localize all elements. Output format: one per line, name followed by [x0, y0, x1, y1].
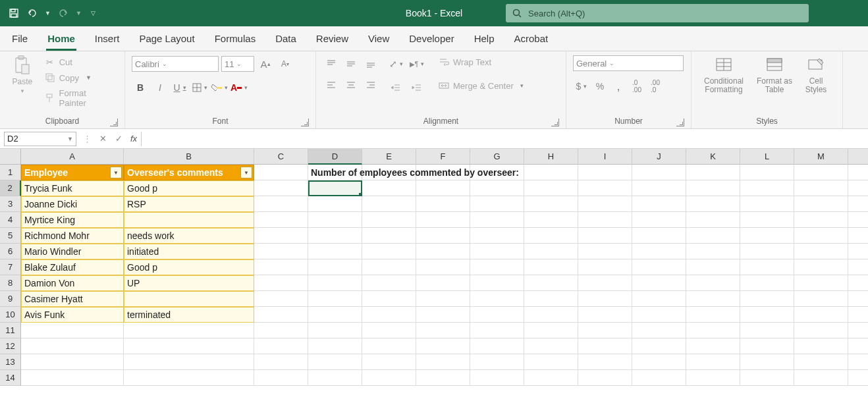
tab-acrobat[interactable]: Acrobat — [513, 28, 550, 51]
cell-F5[interactable] — [416, 228, 470, 244]
cell-L3[interactable] — [740, 196, 794, 212]
cell-D4[interactable] — [308, 212, 362, 228]
font-launcher-icon[interactable] — [301, 119, 309, 126]
cell-D12[interactable] — [308, 338, 362, 354]
cell-G5[interactable] — [470, 228, 524, 244]
redo-icon[interactable] — [57, 7, 69, 19]
cell-D13[interactable] — [308, 354, 362, 370]
cell-K9[interactable] — [686, 291, 740, 307]
cell-H4[interactable] — [524, 212, 578, 228]
formula-input[interactable] — [141, 132, 868, 146]
row-header-10[interactable]: 10 — [0, 307, 21, 323]
comma-format-icon[interactable]: , — [610, 78, 627, 95]
row-header-7[interactable]: 7 — [0, 259, 21, 275]
cell-K6[interactable] — [686, 244, 740, 259]
tab-home[interactable]: Home — [46, 28, 76, 51]
cell-D2[interactable] — [308, 180, 362, 196]
cell-B11[interactable] — [124, 323, 254, 338]
cell-G12[interactable] — [470, 338, 524, 354]
cell-E13[interactable] — [362, 354, 416, 370]
cell-F2[interactable] — [416, 180, 470, 196]
cell-G11[interactable] — [470, 323, 524, 338]
cell-M2[interactable] — [794, 180, 848, 196]
cut-button[interactable]: ✂Cut — [42, 55, 118, 68]
cell-A10[interactable]: Avis Funk — [21, 307, 124, 323]
paste-button[interactable]: Paste ▼ — [7, 55, 38, 94]
cell-N14[interactable] — [848, 370, 868, 386]
cell-C5[interactable] — [254, 228, 308, 244]
cell-H10[interactable] — [524, 307, 578, 323]
cell-L14[interactable] — [740, 370, 794, 386]
cell-J13[interactable] — [632, 354, 686, 370]
tab-help[interactable]: Help — [473, 28, 496, 51]
cell-H1[interactable] — [524, 165, 578, 180]
italic-button[interactable]: I — [151, 79, 169, 96]
cell-M3[interactable] — [794, 196, 848, 212]
cell-N5[interactable] — [848, 228, 868, 244]
cell-K1[interactable] — [686, 165, 740, 180]
cell-L9[interactable] — [740, 291, 794, 307]
cell-C14[interactable] — [254, 370, 308, 386]
cell-F10[interactable] — [416, 307, 470, 323]
cell-J10[interactable] — [632, 307, 686, 323]
cell-J8[interactable] — [632, 275, 686, 291]
cell-H14[interactable] — [524, 370, 578, 386]
font-name-combo[interactable]: Calibri⌄ — [132, 56, 219, 72]
cell-I14[interactable] — [578, 370, 632, 386]
cell-J3[interactable] — [632, 196, 686, 212]
cell-N7[interactable] — [848, 259, 868, 275]
cell-D8[interactable] — [308, 275, 362, 291]
cell-H8[interactable] — [524, 275, 578, 291]
decrease-indent-icon[interactable] — [387, 79, 404, 96]
col-header-N[interactable]: N — [848, 149, 868, 165]
row-header-12[interactable]: 12 — [0, 338, 21, 354]
cell-E8[interactable] — [362, 275, 416, 291]
row-header-4[interactable]: 4 — [0, 212, 21, 228]
conditional-formatting-button[interactable]: Conditional Formatting — [698, 55, 749, 94]
percent-format-icon[interactable]: % — [591, 78, 609, 95]
cell-H12[interactable] — [524, 338, 578, 354]
cell-B13[interactable] — [124, 354, 254, 370]
col-header-H[interactable]: H — [524, 149, 578, 165]
cell-G6[interactable] — [470, 244, 524, 259]
cell-E7[interactable] — [362, 259, 416, 275]
cell-G2[interactable] — [470, 180, 524, 196]
cell-H11[interactable] — [524, 323, 578, 338]
col-header-G[interactable]: G — [470, 149, 524, 165]
row-header-9[interactable]: 9 — [0, 291, 21, 307]
format-as-table-button[interactable]: Format as Table — [753, 55, 796, 94]
cell-J11[interactable] — [632, 323, 686, 338]
cell-C10[interactable] — [254, 307, 308, 323]
cell-D9[interactable] — [308, 291, 362, 307]
align-left-icon[interactable] — [323, 76, 340, 94]
col-header-C[interactable]: C — [254, 149, 308, 165]
decrease-decimal-icon[interactable]: .00.0 — [647, 78, 664, 95]
cell-L4[interactable] — [740, 212, 794, 228]
cell-K4[interactable] — [686, 212, 740, 228]
row-header-2[interactable]: 2 — [0, 180, 21, 196]
cell-A6[interactable]: Mario Windler — [21, 244, 124, 259]
format-painter-button[interactable]: Format Painter — [42, 87, 118, 109]
enter-formula-icon[interactable]: ✓ — [111, 134, 126, 144]
cell-K12[interactable] — [686, 338, 740, 354]
cell-G13[interactable] — [470, 354, 524, 370]
cell-C4[interactable] — [254, 212, 308, 228]
number-format-combo[interactable]: General⌄ — [573, 55, 684, 71]
increase-indent-icon[interactable] — [408, 79, 425, 96]
accounting-format-icon[interactable]: $▾ — [573, 78, 590, 95]
col-header-L[interactable]: L — [740, 149, 794, 165]
cell-H6[interactable] — [524, 244, 578, 259]
cell-G8[interactable] — [470, 275, 524, 291]
orientation-button[interactable]: ⤢▾ — [387, 55, 404, 72]
cell-J1[interactable] — [632, 165, 686, 180]
cell-A3[interactable]: Joanne Dicki — [21, 196, 124, 212]
cell-A7[interactable]: Blake Zulauf — [21, 259, 124, 275]
cell-B9[interactable] — [124, 291, 254, 307]
font-color-button[interactable]: A▾ — [231, 79, 248, 96]
row-header-6[interactable]: 6 — [0, 244, 21, 259]
cell-I7[interactable] — [578, 259, 632, 275]
undo-icon[interactable] — [26, 7, 38, 19]
cell-G9[interactable] — [470, 291, 524, 307]
cell-M14[interactable] — [794, 370, 848, 386]
cell-F6[interactable] — [416, 244, 470, 259]
